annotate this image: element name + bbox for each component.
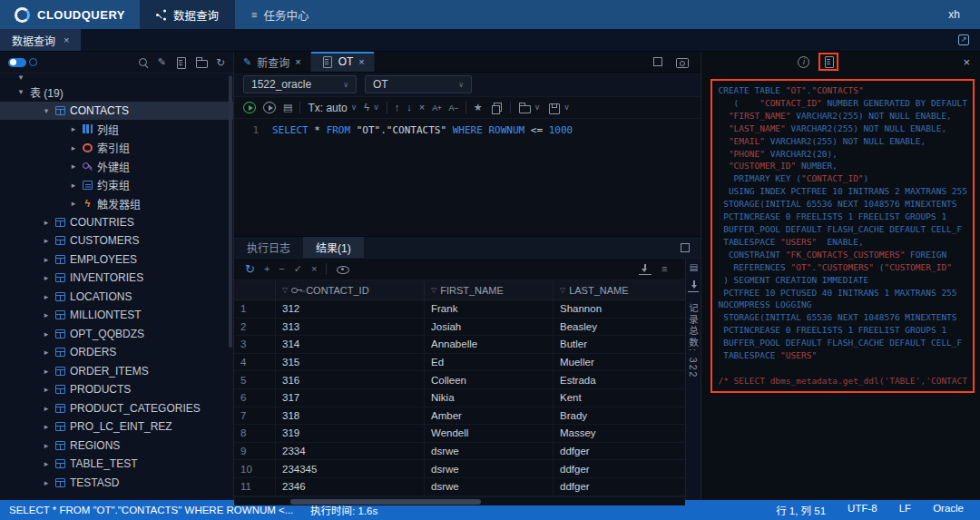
commit-icon[interactable]: ✓ <box>294 264 302 274</box>
preview-icon[interactable] <box>336 263 348 276</box>
expand-arrow-icon[interactable]: ▸ <box>42 348 51 357</box>
row-number-cell[interactable]: 9 <box>234 443 276 460</box>
tree-item-products[interactable]: ▸PRODUCTS <box>0 380 233 399</box>
tree-item-employees[interactable]: ▸EMPLOYEES <box>0 250 233 270</box>
data-cell[interactable]: Amber <box>425 407 554 425</box>
row-number-cell[interactable]: 7 <box>234 407 276 425</box>
expand-arrow-icon[interactable]: ▸ <box>42 404 51 413</box>
sql-code-line[interactable]: SELECT * FROM "OT"."CONTACTS" WHERE ROWN… <box>267 119 573 236</box>
expand-arrow-icon[interactable]: ▸ <box>42 255 51 264</box>
tree-item-列组[interactable]: ▸列组 <box>0 120 233 139</box>
refresh-icon[interactable]: ↻ <box>245 263 255 275</box>
dialect-indicator[interactable]: Oracle <box>933 503 964 517</box>
data-cell[interactable]: 234345 <box>276 460 425 477</box>
sidebar-toggle[interactable] <box>8 58 37 67</box>
fullscreen-icon[interactable] <box>681 243 690 252</box>
data-cell[interactable]: Shannon <box>554 300 702 318</box>
row-number-cell[interactable]: 10 <box>234 460 276 477</box>
data-cell[interactable]: 316 <box>276 371 425 388</box>
tree-item-inventories[interactable]: ▸INVENTORIES <box>0 269 233 288</box>
data-cell[interactable]: Estrada <box>554 371 702 388</box>
expand-arrow-icon[interactable]: ▸ <box>42 218 51 227</box>
encoding-indicator[interactable]: UTF-8 <box>848 503 877 517</box>
data-cell[interactable]: Ed <box>425 354 554 371</box>
close-icon[interactable]: × <box>64 34 69 45</box>
table-row[interactable]: 4315EdMuellere <box>234 354 685 372</box>
data-cell[interactable]: Butler <box>554 336 702 353</box>
column-header-contact_id[interactable]: ▽CONTACT_ID <box>276 280 425 299</box>
data-cell[interactable]: 2346 <box>276 478 425 495</box>
tree-item-testasd[interactable]: ▸TESTASD <box>0 474 233 493</box>
row-number-cell[interactable]: 3 <box>234 336 276 353</box>
data-cell[interactable]: 2334 <box>276 443 425 460</box>
data-cell[interactable]: dsrwe <box>425 443 554 460</box>
tree-item-table_test[interactable]: ▸TABLE_TEST <box>0 455 233 474</box>
favorite-icon[interactable]: ★ <box>474 103 483 113</box>
expand-arrow-icon[interactable]: ▾ <box>16 74 25 82</box>
tree-item-约束组[interactable]: ▸约束组 <box>0 176 233 195</box>
export-icon[interactable] <box>639 263 652 275</box>
expand-arrow-icon[interactable]: ▸ <box>42 329 51 338</box>
tree-item[interactable]: ▾ <box>0 74 233 83</box>
editor-tab-ot[interactable]: OT × <box>311 52 375 72</box>
snapshot-icon[interactable] <box>675 55 688 68</box>
expand-arrow-icon[interactable]: ▸ <box>42 459 51 468</box>
row-number-cell[interactable]: 4 <box>234 354 276 371</box>
close-panel-icon[interactable]: × <box>963 55 970 69</box>
row-number-cell[interactable]: 5 <box>234 371 276 388</box>
table-row[interactable]: 6317NikiaKentn <box>234 389 685 407</box>
tx-mode-select[interactable]: Tx: auto ∨ <box>308 102 357 114</box>
tree-item-customers[interactable]: ▸CUSTOMERS <box>0 231 233 250</box>
refresh-icon[interactable]: ↻ <box>216 57 225 68</box>
expand-arrow-icon[interactable]: ▸ <box>42 441 51 450</box>
data-cell[interactable]: dsrwe <box>425 460 554 477</box>
expand-arrow-icon[interactable]: ▾ <box>16 87 25 96</box>
nav-tab-data-query[interactable]: 数据查询 <box>140 0 235 29</box>
expand-arrow-icon[interactable]: ▸ <box>69 199 78 208</box>
folder-icon[interactable] <box>195 56 208 69</box>
table-row[interactable]: 7318AmberBradya <box>234 407 685 426</box>
run-selection-button[interactable] <box>263 102 276 113</box>
search-icon[interactable] <box>137 56 150 69</box>
column-header-first_name[interactable]: ▽FIRST_NAME <box>425 280 554 299</box>
expand-arrow-icon[interactable]: ▸ <box>69 181 78 190</box>
data-cell[interactable]: Massey <box>554 425 702 442</box>
tree-item-contacts[interactable]: ▾CONTACTS <box>0 102 233 121</box>
tree-item-索引组[interactable]: ▸索引组 <box>0 139 233 158</box>
user-menu[interactable]: xh <box>928 0 980 29</box>
table-row[interactable]: 3314AnnabelleButlera <box>234 336 685 354</box>
table-row[interactable]: 92334dsrweddfgerd <box>234 443 685 461</box>
data-cell[interactable]: Josiah <box>425 319 554 336</box>
sidebar-scrollbar[interactable] <box>229 75 232 348</box>
tab-result-set[interactable]: 结果(1) <box>303 237 364 258</box>
run-button[interactable] <box>243 102 256 113</box>
scrollbar-thumb[interactable] <box>290 499 481 505</box>
tree-item-pro_lc_eint_rez[interactable]: ▸PRO_LC_EINT_REZ <box>0 417 233 437</box>
data-cell[interactable]: Mueller <box>554 354 702 371</box>
expand-arrow-icon[interactable]: ▸ <box>42 422 51 431</box>
expand-arrow-icon[interactable]: ▸ <box>69 124 78 133</box>
row-number-cell[interactable]: 6 <box>234 389 276 407</box>
table-row[interactable]: 2313JosiahBeasleyj <box>234 319 685 337</box>
data-cell[interactable]: 317 <box>276 389 425 407</box>
clear-icon[interactable]: × <box>419 103 425 113</box>
expand-arrow-icon[interactable]: ▸ <box>42 385 51 394</box>
sql-editor[interactable]: 1 SELECT * FROM "OT"."CONTACTS" WHERE RO… <box>234 119 701 237</box>
tree-item-countries[interactable]: ▸COUNTRIES <box>0 213 233 232</box>
move-up-icon[interactable]: ↑ <box>395 103 400 113</box>
nav-tab-task-center[interactable]: ≡ 任务中心 <box>235 0 325 29</box>
data-cell[interactable]: Colleen <box>425 371 554 388</box>
table-row[interactable]: 10234345dsrweddfgerd <box>234 460 685 478</box>
data-cell[interactable]: 319 <box>276 425 425 442</box>
font-decrease-button[interactable]: A− <box>448 103 457 113</box>
close-icon[interactable]: × <box>295 56 300 67</box>
expand-arrow-icon[interactable]: ▾ <box>42 106 51 115</box>
data-cell[interactable]: 315 <box>276 354 425 371</box>
tab-execution-log[interactable]: 执行日志 <box>234 237 303 258</box>
table-row[interactable]: 5316ColleenEstradac <box>234 371 685 389</box>
tree-item-orders[interactable]: ▸ORDERS <box>0 343 233 362</box>
expand-arrow-icon[interactable]: ▸ <box>42 236 51 245</box>
filter-icon[interactable]: ▽ <box>560 286 565 294</box>
row-number-cell[interactable]: 1 <box>234 300 276 318</box>
tree-item-表19[interactable]: ▾表 (19) <box>0 83 233 102</box>
